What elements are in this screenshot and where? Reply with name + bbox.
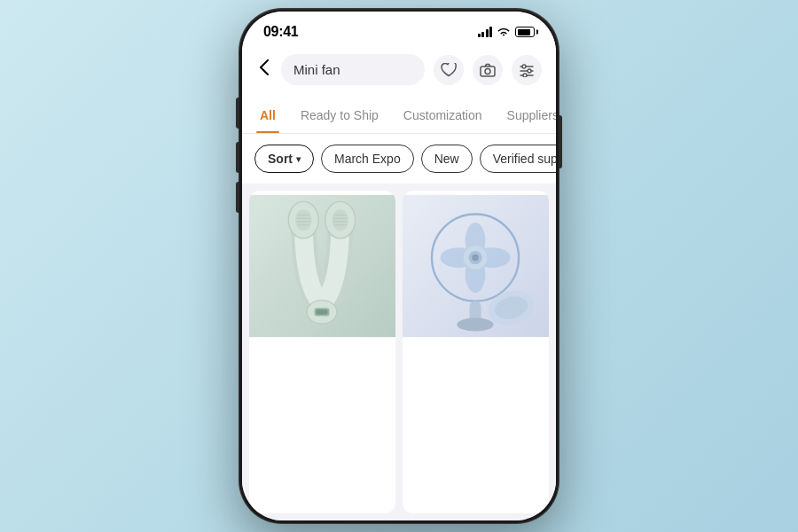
filter-button[interactable] (512, 55, 542, 85)
wifi-icon (497, 27, 511, 37)
phone-screen: 09:41 (242, 12, 556, 520)
status-time: 09:41 (263, 24, 298, 40)
svg-rect-23 (316, 309, 327, 315)
svg-point-7 (523, 74, 527, 77)
svg-point-10 (295, 209, 312, 231)
neck-fan-image (249, 191, 395, 341)
search-input[interactable]: Mini fan (293, 62, 412, 77)
svg-point-32 (472, 254, 479, 262)
tab-customization[interactable]: Customization (400, 99, 486, 133)
chevron-down-icon: ▾ (296, 154, 301, 164)
sort-chip[interactable]: Sort ▾ (254, 145, 314, 173)
sliders-icon (519, 63, 535, 77)
product-card-neck-fan[interactable] (249, 191, 395, 513)
product-card-desk-fan[interactable] (403, 191, 549, 513)
svg-point-16 (332, 209, 348, 231)
status-bar: 09:41 (242, 12, 556, 47)
products-grid (242, 184, 556, 520)
tab-all[interactable]: All (256, 99, 279, 133)
new-chip[interactable]: New (421, 145, 473, 173)
svg-point-5 (522, 65, 526, 68)
tab-suppliers[interactable]: Suppliers (504, 99, 556, 133)
search-area: Mini fan (242, 47, 556, 96)
back-button[interactable] (256, 56, 272, 83)
signal-icon (478, 27, 493, 37)
phone-frame: 09:41 (239, 9, 559, 523)
march-expo-chip[interactable]: March Expo (321, 145, 414, 173)
tabs-area: All Ready to Ship Customization Supplier… (242, 96, 556, 134)
wishlist-button[interactable] (434, 55, 464, 85)
desk-fan-image (403, 191, 549, 341)
svg-point-34 (457, 317, 493, 331)
tab-ready-to-ship[interactable]: Ready to Ship (297, 99, 382, 133)
svg-rect-0 (481, 66, 495, 76)
battery-icon (515, 27, 535, 37)
heart-icon (441, 63, 457, 77)
filters-area: Sort ▾ March Expo New Verified suppliers (242, 134, 556, 184)
svg-point-1 (485, 68, 490, 74)
verified-suppliers-chip[interactable]: Verified suppliers (480, 145, 556, 173)
camera-search-button[interactable] (473, 55, 503, 85)
camera-icon (480, 63, 496, 77)
search-bar[interactable]: Mini fan (281, 54, 425, 85)
status-icons (478, 27, 536, 37)
svg-point-6 (528, 69, 531, 73)
